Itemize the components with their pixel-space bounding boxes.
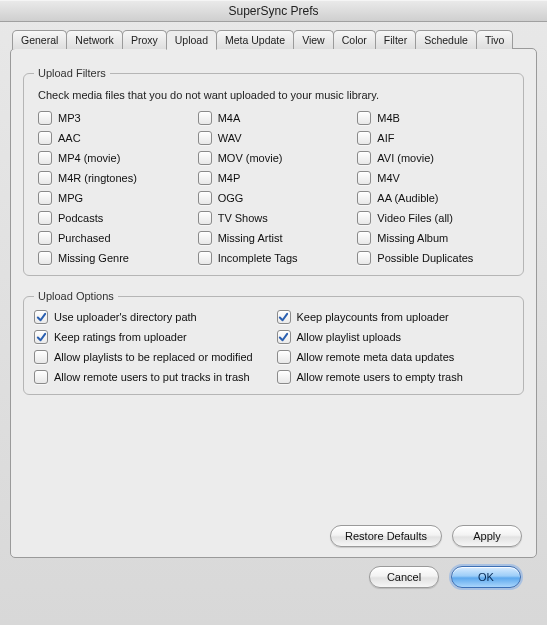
- filter-checkbox[interactable]: Missing Artist: [198, 231, 354, 245]
- checkbox-icon: [34, 310, 48, 324]
- checkbox-label: Purchased: [58, 232, 111, 244]
- tab-panel-upload: Upload Filters Check media files that yo…: [10, 48, 537, 558]
- checkbox-label: Missing Genre: [58, 252, 129, 264]
- option-checkbox[interactable]: Allow remote meta data updates: [277, 350, 514, 364]
- checkbox-label: Missing Artist: [218, 232, 283, 244]
- checkbox-icon: [357, 191, 371, 205]
- checkbox-label: AA (Audible): [377, 192, 438, 204]
- tab-view[interactable]: View: [293, 30, 334, 49]
- option-checkbox[interactable]: Keep playcounts from uploader: [277, 310, 514, 324]
- checkbox-icon: [277, 310, 291, 324]
- checkbox-label: M4R (ringtones): [58, 172, 137, 184]
- checkbox-label: Incomplete Tags: [218, 252, 298, 264]
- filter-checkbox[interactable]: WAV: [198, 131, 354, 145]
- filter-checkbox[interactable]: Podcasts: [38, 211, 194, 225]
- filter-checkbox[interactable]: Incomplete Tags: [198, 251, 354, 265]
- option-checkbox[interactable]: Allow remote users to empty trash: [277, 370, 514, 384]
- filter-checkbox[interactable]: Possible Duplicates: [357, 251, 513, 265]
- checkbox-label: Video Files (all): [377, 212, 453, 224]
- checkbox-label: Allow remote users to put tracks in tras…: [54, 371, 250, 383]
- checkbox-label: WAV: [218, 132, 242, 144]
- upload-filters-hint: Check media files that you do not want u…: [38, 89, 513, 101]
- checkbox-icon: [277, 330, 291, 344]
- tab-network[interactable]: Network: [66, 30, 123, 49]
- filter-checkbox[interactable]: Missing Genre: [38, 251, 194, 265]
- upload-filters-group: Upload Filters Check media files that yo…: [23, 67, 524, 276]
- filter-checkbox[interactable]: M4B: [357, 111, 513, 125]
- checkbox-icon: [277, 350, 291, 364]
- checkbox-label: M4V: [377, 172, 400, 184]
- checkbox-label: Keep playcounts from uploader: [297, 311, 449, 323]
- checkbox-icon: [38, 131, 52, 145]
- apply-button[interactable]: Apply: [452, 525, 522, 547]
- tab-upload[interactable]: Upload: [166, 30, 217, 50]
- filter-checkbox[interactable]: M4P: [198, 171, 354, 185]
- tab-schedule[interactable]: Schedule: [415, 30, 477, 49]
- filter-checkbox[interactable]: M4V: [357, 171, 513, 185]
- upload-options-legend: Upload Options: [34, 290, 118, 302]
- checkbox-label: OGG: [218, 192, 244, 204]
- checkbox-icon: [277, 370, 291, 384]
- checkbox-label: Possible Duplicates: [377, 252, 473, 264]
- option-checkbox[interactable]: Allow remote users to put tracks in tras…: [34, 370, 271, 384]
- checkbox-icon: [38, 171, 52, 185]
- checkbox-label: Allow playlist uploads: [297, 331, 402, 343]
- option-checkbox[interactable]: Allow playlists to be replaced or modifi…: [34, 350, 271, 364]
- checkbox-label: Use uploader's directory path: [54, 311, 197, 323]
- upload-options-group: Upload Options Use uploader's directory …: [23, 290, 524, 395]
- checkbox-icon: [357, 171, 371, 185]
- filter-checkbox[interactable]: MOV (movie): [198, 151, 354, 165]
- checkbox-icon: [34, 350, 48, 364]
- filter-checkbox[interactable]: MP3: [38, 111, 194, 125]
- filter-checkbox[interactable]: Video Files (all): [357, 211, 513, 225]
- filter-checkbox[interactable]: TV Shows: [198, 211, 354, 225]
- checkbox-label: AAC: [58, 132, 81, 144]
- option-checkbox[interactable]: Keep ratings from uploader: [34, 330, 271, 344]
- checkbox-label: M4B: [377, 112, 400, 124]
- filter-checkbox[interactable]: AAC: [38, 131, 194, 145]
- filter-checkbox[interactable]: M4A: [198, 111, 354, 125]
- filter-checkbox[interactable]: MP4 (movie): [38, 151, 194, 165]
- checkbox-label: AIF: [377, 132, 394, 144]
- checkbox-icon: [198, 231, 212, 245]
- checkbox-label: MP4 (movie): [58, 152, 120, 164]
- tab-tivo[interactable]: Tivo: [476, 30, 513, 49]
- checkbox-icon: [38, 231, 52, 245]
- filter-checkbox[interactable]: M4R (ringtones): [38, 171, 194, 185]
- checkbox-label: M4P: [218, 172, 241, 184]
- checkbox-icon: [357, 231, 371, 245]
- checkbox-icon: [38, 111, 52, 125]
- filter-checkbox[interactable]: MPG: [38, 191, 194, 205]
- tab-meta-update[interactable]: Meta Update: [216, 30, 294, 49]
- checkbox-icon: [198, 171, 212, 185]
- checkbox-label: MP3: [58, 112, 81, 124]
- checkbox-icon: [357, 151, 371, 165]
- cancel-button[interactable]: Cancel: [369, 566, 439, 588]
- filter-checkbox[interactable]: Purchased: [38, 231, 194, 245]
- checkbox-icon: [198, 111, 212, 125]
- filter-checkbox[interactable]: AIF: [357, 131, 513, 145]
- checkbox-label: Podcasts: [58, 212, 103, 224]
- filter-checkbox[interactable]: AA (Audible): [357, 191, 513, 205]
- option-checkbox[interactable]: Use uploader's directory path: [34, 310, 271, 324]
- filter-checkbox[interactable]: OGG: [198, 191, 354, 205]
- restore-defaults-button[interactable]: Restore Defaults: [330, 525, 442, 547]
- tab-proxy[interactable]: Proxy: [122, 30, 167, 49]
- tab-color[interactable]: Color: [333, 30, 376, 49]
- checkbox-icon: [198, 211, 212, 225]
- checkbox-icon: [38, 151, 52, 165]
- checkbox-icon: [38, 191, 52, 205]
- option-checkbox[interactable]: Allow playlist uploads: [277, 330, 514, 344]
- ok-button[interactable]: OK: [451, 566, 521, 588]
- filter-checkbox[interactable]: AVI (movie): [357, 151, 513, 165]
- tab-general[interactable]: General: [12, 30, 67, 49]
- checkbox-label: Missing Album: [377, 232, 448, 244]
- checkbox-label: M4A: [218, 112, 241, 124]
- checkbox-icon: [38, 211, 52, 225]
- tab-filter[interactable]: Filter: [375, 30, 416, 49]
- upload-filters-legend: Upload Filters: [34, 67, 110, 79]
- checkbox-label: MOV (movie): [218, 152, 283, 164]
- checkbox-icon: [198, 131, 212, 145]
- checkbox-icon: [198, 191, 212, 205]
- filter-checkbox[interactable]: Missing Album: [357, 231, 513, 245]
